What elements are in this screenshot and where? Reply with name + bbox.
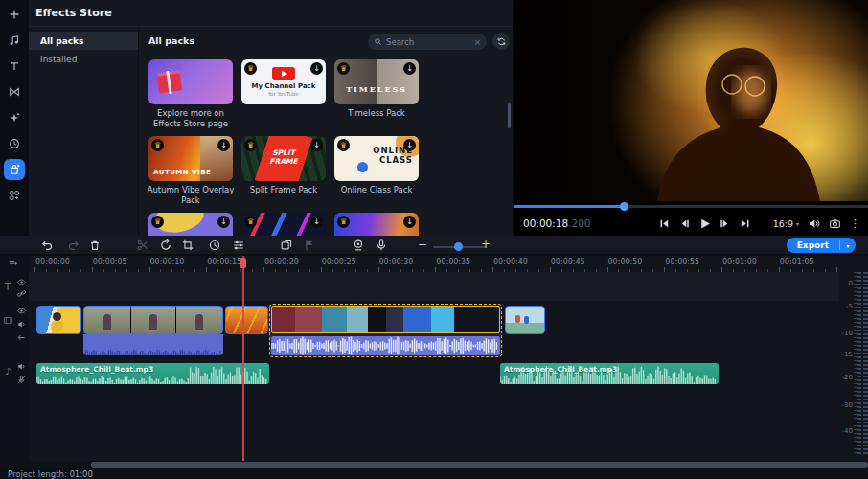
audio-track-mute-icon[interactable] [16,361,27,372]
pack-card-lets-play-pack[interactable]: Let's Play♛↓ [241,213,334,236]
timeline-content[interactable]: 00:00:0000:00:0500:00:1000:00:1500:00:20… [29,256,839,461]
pack-card-fluffy-blog-pack[interactable]: FLUFFY BLOG♛↓ [148,213,241,236]
timeline-zoom-in-button[interactable]: + [481,238,491,251]
play-button[interactable] [697,217,711,230]
pack-thumbnail[interactable]: TIMELESS♛↓ [334,59,419,104]
history-tab-button[interactable] [4,133,25,154]
skip-to-end-button[interactable] [738,217,751,230]
preview-seekbar[interactable] [514,202,868,210]
pack-card-autumn-vibe-overlay-pack[interactable]: AUTUMN VIBE♛↓Autumn Vibe Overlay Pack [148,136,241,213]
video-clip-1[interactable] [36,306,81,334]
effects-store-tab-button[interactable] [4,159,25,180]
ruler-time-label: 00:01:00 [722,258,757,266]
title-track-visibility-icon[interactable] [16,277,27,287]
premium-crown-badge-icon: ♛ [151,139,164,151]
search-input[interactable] [382,37,473,47]
pack-card-split-frame-pack[interactable]: SPLIT FRAME♛↓Split Frame Pack [241,136,334,213]
horizontal-scrollbar-thumb[interactable] [91,462,868,468]
audio-1[interactable]: Atmosphere_Chill_Beat.mp3 [36,363,269,384]
seekbar-knob[interactable] [620,202,628,211]
download-badge-icon[interactable]: ↓ [217,216,230,228]
previous-frame-button[interactable] [677,217,691,230]
meter-db-label: -10 [842,330,853,337]
effects-tab-button[interactable] [4,107,25,128]
more-tools-button[interactable] [4,185,25,206]
download-badge-icon[interactable]: ↓ [403,139,416,151]
tab-installed[interactable]: Installed [29,50,138,68]
video-clip-2[interactable] [83,306,223,334]
preview-menu-icon[interactable]: ⋮ [850,217,860,230]
snapshot-camera-icon[interactable] [829,217,841,230]
next-frame-button[interactable] [718,217,731,230]
download-badge-icon[interactable]: ↓ [217,139,230,151]
pack-card-online-class-pack[interactable]: ONLINE CLASS♛↓Online Class Pack [334,136,427,213]
manage-tracks-icon[interactable] [8,258,18,268]
undo-button[interactable] [40,239,54,252]
video-track-mute-icon[interactable] [16,319,27,330]
clip-speed-button[interactable] [208,239,221,252]
playhead-marker[interactable] [240,258,246,268]
voiceover-mic-button[interactable] [375,239,388,252]
download-badge-icon[interactable]: ↓ [310,139,323,151]
pack-card-my-channel-pack[interactable]: My Channel Packfor YouTube♛↓ [241,59,334,136]
split-clip-button[interactable] [136,239,149,252]
crop-clip-button[interactable] [181,239,194,252]
pack-thumbnail[interactable]: AUTUMN VIBE♛↓ [148,136,233,181]
volume-icon[interactable] [808,217,820,230]
download-badge-icon[interactable]: ↓ [310,62,323,75]
skip-to-start-button[interactable] [657,217,671,230]
pack-thumbnail[interactable] [148,59,233,104]
pack-thumbnail[interactable]: Let's Play♛↓ [241,213,326,236]
timeline-ruler[interactable]: 00:00:0000:00:0500:00:1000:00:1500:00:20… [29,256,839,272]
pack-thumbnail[interactable]: FLUFFY BLOG♛↓ [148,213,233,236]
chevron-down-icon: ▾ [796,220,799,227]
audio-track-record-icon[interactable] [16,375,27,385]
transition-wizard-button[interactable] [280,239,293,252]
aspect-ratio-dropdown[interactable]: 16:9▾ [773,218,799,229]
pack-card-explore-more[interactable]: Explore more on Effects Store page [148,59,241,136]
pack-caption: Explore more on Effects Store page [145,108,237,128]
video-track-back-icon[interactable] [16,332,27,343]
rotate-clip-button[interactable] [159,239,172,252]
pack-thumbnail[interactable]: ONLINE CLASS♛↓ [334,136,419,181]
clip-audio-section[interactable] [271,336,500,355]
video-track-visibility-icon[interactable] [16,306,27,316]
pack-thumbnail[interactable]: ♛↓ [334,213,419,236]
timeline-zoom-knob[interactable] [454,242,463,251]
pack-card-cosmic-pack[interactable]: ♛↓ [334,213,427,236]
audio-tab-button[interactable] [4,30,25,51]
playhead[interactable] [242,256,244,461]
title-track-link-icon[interactable] [16,288,27,299]
timeline-zoom-out-button[interactable]: − [418,238,427,251]
delete-clip-button[interactable] [88,239,102,252]
import-media-button[interactable] [4,4,25,25]
video-clip-3[interactable] [225,306,268,334]
export-button[interactable]: Export ▾ [787,238,856,253]
webcam-record-button[interactable] [352,239,365,252]
pack-thumbnail[interactable]: SPLIT FRAME♛↓ [241,136,326,181]
status-bar: Project length: 01:00 [0,468,868,479]
transitions-tab-button[interactable] [4,81,25,103]
clip-thumbnails[interactable] [271,306,500,333]
download-badge-icon[interactable]: ↓ [403,62,416,75]
audio-2[interactable]: Atmosphere_Chill_Beat.mp3 [500,363,719,384]
marker-flag-button[interactable] [303,239,316,252]
video-clip-5[interactable] [505,306,545,334]
redo-button[interactable] [67,239,80,252]
packs-scrollbar[interactable] [508,103,511,128]
video-clip-4-selected[interactable] [269,304,502,357]
search-clear-icon[interactable]: × [473,37,481,47]
pack-card-timeless-pack[interactable]: TIMELESS♛↓Timeless Pack [334,59,427,136]
playback-timestamp: 00:00:18.200 [523,217,591,229]
export-chevron-icon[interactable]: ▾ [840,242,856,249]
tab-all-packs[interactable]: All packs [29,32,138,50]
refresh-button[interactable] [492,33,510,50]
pack-thumbnail[interactable]: My Channel Packfor YouTube♛↓ [241,59,326,104]
download-badge-icon[interactable]: ↓ [310,216,323,228]
clip-properties-button[interactable] [232,239,245,252]
linked-audio-block[interactable] [83,334,223,355]
title-track-lane[interactable] [29,272,839,301]
titles-tab-button[interactable] [4,56,25,77]
search-box[interactable]: × [368,34,487,50]
download-badge-icon[interactable]: ↓ [403,216,416,228]
